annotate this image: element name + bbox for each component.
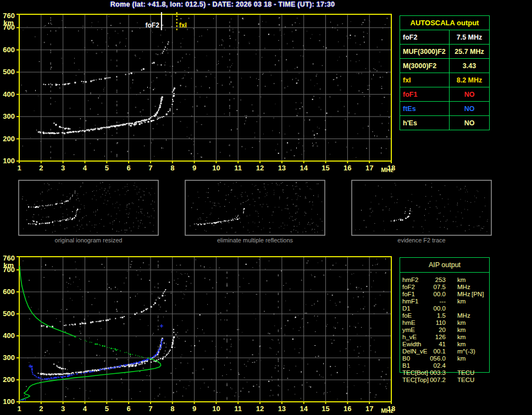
autoscala-param-label: h'Es [400,116,450,130]
aip-v: 02.4 [434,362,446,369]
aip-v: 007.2 [430,377,446,384]
aip-e: [PN] [472,291,484,298]
aip-row-hmE: hmE110km [400,319,490,327]
aip-row-B0: B0056.0km [400,355,490,362]
autoscala-row-foF2: foF27.5 MHz [400,30,489,45]
aip-row-B1: B102.4 [400,362,490,369]
aip-v: 1.5 [437,312,446,319]
autoscala-param-value: 25.7 MHz [450,45,489,58]
aip-p: Ewidth [402,341,422,348]
thumbnail-caption-original: original ionogram resized [19,237,158,244]
thumbnail-caption-eliminate: eliminate multiple reflections [185,237,325,244]
autoscala-row-hEs: h'EsNO [400,116,489,130]
svg-text:5: 5 [105,405,109,413]
aip-v: 056.0 [430,355,446,362]
aip-p: hmF2 [402,276,418,284]
aip-row-ymE: ymE20km [400,327,490,334]
aip-u: km [457,298,465,305]
aip-row-foF1: foF100.0MHz[PN] [400,291,490,298]
svg-text:13: 13 [278,164,286,172]
aip-p: TEC[Top] [402,377,429,384]
aip-u: km [457,334,465,341]
autoscala-param-value: NO [450,116,489,130]
autoscala-param-value: NO [450,102,489,115]
svg-text:6: 6 [127,405,131,413]
svg-text:11: 11 [234,405,242,413]
aip-u: km [457,355,465,362]
svg-text:17: 17 [365,405,373,413]
aip-p: foF2 [402,284,415,291]
aip-u: MHz [457,291,470,298]
svg-text:15: 15 [322,164,329,172]
aip-p: foE [402,312,412,319]
svg-text:300: 300 [3,112,15,120]
svg-text:MHz: MHz [381,407,394,414]
svg-text:16: 16 [343,405,351,413]
autoscala-screen: Rome (lat: +41.8, lon: 012.5) - DATE: 20… [0,0,532,415]
aip-p: DelN_vE [402,348,427,355]
aip-row-foE: foE1.5MHz [400,312,490,319]
svg-text:400: 400 [3,90,15,98]
aip-u: MHz [457,284,470,291]
svg-text:7: 7 [148,405,152,413]
thumbnail-caption-evidence: evidence F2 trace [352,237,491,244]
autoscala-param-label: foF2 [400,30,450,44]
svg-text:km: km [3,19,14,27]
aip-row-hmF2: hmF2253km [400,276,490,284]
svg-text:fxI: fxI [179,21,187,29]
svg-text:1: 1 [17,164,21,172]
aip-p: hmF1 [402,298,418,305]
svg-text:300: 300 [3,353,15,362]
svg-text:14: 14 [300,405,308,413]
thumbnail-panel-1 [185,180,325,235]
autoscala-param-label: foF1 [400,87,450,101]
aip-v: 41 [439,341,446,348]
autoscala-param-value: 7.5 MHz [450,30,489,44]
autoscala-row-fxI: fxI8.2 MHz [400,73,489,87]
thumbnail-panel-2 [352,180,491,235]
autoscala-row-ftEs: ftEsNO [400,102,489,116]
aip-table-title: AIP output [400,258,489,273]
svg-text:2: 2 [39,164,43,172]
autoscala-param-label: MUF(3000)F2 [400,45,450,58]
aip-p: D1 [402,305,411,312]
top-ionogram-plot: 760700600500400300200100km12345678910111… [3,12,395,173]
aip-p: TEC[Bot] [402,369,428,377]
aip-row-hvE: h_vE126km [400,334,490,341]
aip-v: 253 [435,276,446,284]
svg-text:4: 4 [83,164,87,172]
autoscala-output-table: AUTOSCALA output foF27.5 MHzMUF(3000)F22… [400,15,490,130]
aip-u: TECU [457,377,474,384]
svg-text:12: 12 [256,164,264,172]
svg-text:5: 5 [105,164,109,172]
aip-v: 00.1 [434,348,446,355]
svg-text:17: 17 [365,164,373,172]
svg-text:200: 200 [3,135,15,143]
autoscala-row-M3000F2: M(3000)F23.43 [400,59,489,73]
aip-u: km [457,319,465,327]
svg-text:100: 100 [3,397,15,406]
aip-v: 003.3 [430,369,446,377]
aip-p: B1 [402,362,410,369]
svg-text:13: 13 [278,405,286,413]
svg-text:15: 15 [322,405,329,413]
svg-text:3: 3 [61,405,65,413]
aip-row-D1: D100.0 [400,305,490,312]
aip-u: km [457,341,465,348]
aip-u: MHz [457,312,470,319]
aip-v: 20 [439,327,446,334]
aip-p: hmE [402,319,415,327]
svg-text:9: 9 [192,164,196,172]
aip-table-rows: hmF2253kmfoF207.5MHzfoF100.0MHz[PN]hmF1-… [400,276,490,384]
aip-row-foF2: foF207.5MHz [400,284,490,291]
aip-p: h_vE [402,334,417,341]
autoscala-param-value: 3.43 [450,59,489,73]
autoscala-param-value: NO [450,87,489,101]
autoscala-row-foF1: foF1NO [400,87,489,102]
autoscala-table-title: AUTOSCALA output [400,16,489,30]
aip-u: km [457,276,465,284]
aip-p: foF1 [402,291,415,298]
svg-text:11: 11 [234,164,242,172]
svg-text:4: 4 [83,405,87,413]
aip-row-TECTop: TEC[Top]007.2TECU [400,377,490,384]
